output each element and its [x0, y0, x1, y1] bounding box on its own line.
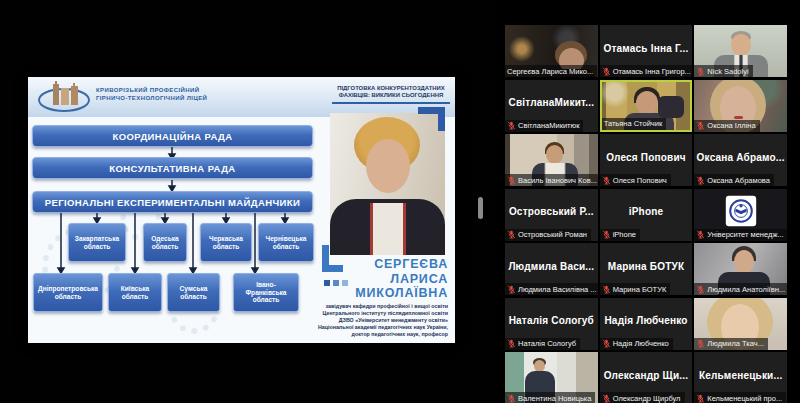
muted-mic-icon — [696, 339, 705, 348]
muted-mic-icon — [696, 121, 705, 130]
muted-mic-icon — [602, 176, 611, 185]
participant-tile-10[interactable]: Островський Р...Островський Роман — [505, 189, 598, 241]
participant-tile-11[interactable]: iPhoneiPhone — [600, 189, 693, 241]
region-box: Київська область — [108, 273, 162, 312]
participant-label: Надія Любченко — [600, 338, 673, 350]
region-box: Черкаська область — [200, 223, 252, 262]
org-box-level1: КООРДИНАЦІЙНА РАДА — [32, 125, 313, 147]
muted-mic-icon — [696, 176, 705, 185]
participant-tile-5[interactable]: Татьяна Стойчик — [600, 80, 693, 132]
participant-label: iPhone — [600, 229, 640, 241]
participant-tile-6[interactable]: Оксана Ілліна — [694, 80, 787, 132]
muted-mic-icon — [696, 230, 705, 239]
presenter-name: СЕРГЕЄВА ЛАРИСА МИКОЛАЇВНА — [298, 257, 448, 301]
muted-mic-icon — [602, 67, 611, 76]
participant-tile-17[interactable]: Надія ЛюбченкоНадія Любченко — [600, 298, 693, 350]
participant-label: Сергеєва Лариса Мико... — [505, 65, 597, 77]
zoom-meeting-window: КРИВОРІЗЬКИЙ ПРОФЕСІЙНИЙ ГІРНИЧО-ТЕХНОЛО… — [0, 0, 800, 403]
org-box-level2: КОНСУЛЬТАТИВНА РАДА — [32, 157, 313, 179]
participant-label: Людмила Анатоліївн... — [694, 283, 787, 295]
muted-mic-icon — [507, 339, 516, 348]
participant-label: Отамась Інна Григор... — [600, 65, 693, 77]
participant-label: Марина БОТУК — [600, 283, 671, 295]
participant-tile-19[interactable]: Валентина Новицька — [505, 352, 598, 403]
muted-mic-icon — [602, 394, 611, 403]
presenter-bio: завідувач кафедри професійної і вищої ос… — [306, 303, 448, 338]
participant-tile-3[interactable]: Nick Sadolyi — [694, 25, 787, 77]
muted-mic-icon — [696, 67, 705, 76]
participant-tile-12[interactable]: Університет менедж... — [694, 189, 787, 241]
region-box: Одеська область — [143, 223, 187, 262]
participant-label: Островський Роман — [505, 229, 591, 241]
muted-mic-icon — [696, 394, 705, 403]
participant-tile-16[interactable]: Наталія СологубНаталія Сологуб — [505, 298, 598, 350]
participant-tile-9[interactable]: Оксана Абрамо...Оксана Абрамова — [694, 134, 787, 186]
corner-bracket-decoration — [418, 107, 445, 131]
participant-tile-1[interactable]: Сергеєва Лариса Мико... — [505, 25, 598, 77]
participant-label: Людмила Василівна ... — [505, 283, 598, 295]
muted-mic-icon — [602, 339, 611, 348]
muted-mic-icon — [507, 230, 516, 239]
participants-grid: Сергеєва Лариса Мико...Отамась Інна Г...… — [505, 25, 787, 403]
participant-tile-7[interactable]: Василь Іванович Ков... — [505, 134, 598, 186]
participant-label: Людмила Ткач... — [694, 338, 768, 350]
participant-label: Олександр Щирбул — [600, 392, 685, 403]
presentation-slide: КРИВОРІЗЬКИЙ ПРОФЕСІЙНИЙ ГІРНИЧО-ТЕХНОЛО… — [28, 77, 455, 343]
participant-label: Оксана Ілліна — [694, 120, 759, 132]
region-box: Івано-Франківська область — [233, 273, 299, 312]
muted-mic-icon — [507, 121, 516, 130]
presenter-photo — [330, 113, 445, 255]
shared-screen-stage: КРИВОРІЗЬКИЙ ПРОФЕСІЙНИЙ ГІРНИЧО-ТЕХНОЛО… — [0, 0, 497, 403]
participant-label: Василь Іванович Ков... — [505, 174, 598, 186]
muted-mic-icon — [696, 285, 705, 294]
participant-label: Валентина Новицька — [505, 392, 595, 403]
participant-tile-21[interactable]: Кельменецьки...Кельменецький про... — [694, 352, 787, 403]
participant-tile-15[interactable]: Людмила Анатоліївн... — [694, 243, 787, 295]
participant-tile-14[interactable]: Марина БОТУКМарина БОТУК — [600, 243, 693, 295]
participant-label: Татьяна Стойчик — [602, 118, 667, 130]
muted-mic-icon — [507, 394, 516, 403]
muted-mic-icon — [602, 230, 611, 239]
muted-mic-icon — [602, 285, 611, 294]
muted-mic-icon — [507, 285, 516, 294]
participant-label: Олеся Попович — [600, 174, 671, 186]
participant-label: Nick Sadolyi — [694, 65, 752, 77]
participant-label: Оксана Абрамова — [694, 174, 774, 186]
region-box: Сумська область — [167, 273, 220, 312]
participant-tile-13[interactable]: Людмила Васи...Людмила Василівна ... — [505, 243, 598, 295]
participant-tile-20[interactable]: Олександр Щи...Олександр Щирбул — [600, 352, 693, 403]
participant-tile-8[interactable]: Олеся ПоповичОлеся Попович — [600, 134, 693, 186]
gallery-scroll-handle[interactable] — [478, 197, 483, 219]
participant-label: Університет менедж... — [694, 229, 787, 241]
muted-mic-icon — [507, 176, 516, 185]
participant-tile-4[interactable]: СвітланаМикит...СвітланаМикитюк — [505, 80, 598, 132]
region-box: Закарпатська область — [68, 223, 126, 262]
region-box: Дніпропетровська область — [33, 273, 103, 312]
participant-label: СвітланаМикитюк — [505, 120, 583, 132]
participant-tile-2[interactable]: Отамась Інна Г...Отамась Інна Григор... — [600, 25, 693, 77]
org-box-level3: РЕГІОНАЛЬНІ ЕКСПЕРИМЕНТАЛЬНІ МАЙДАНЧИКИ — [32, 191, 313, 213]
participant-tile-18[interactable]: Людмила Ткач... — [694, 298, 787, 350]
participant-label: Наталія Сологуб — [505, 338, 580, 350]
participant-label: Кельменецький про... — [694, 392, 786, 403]
